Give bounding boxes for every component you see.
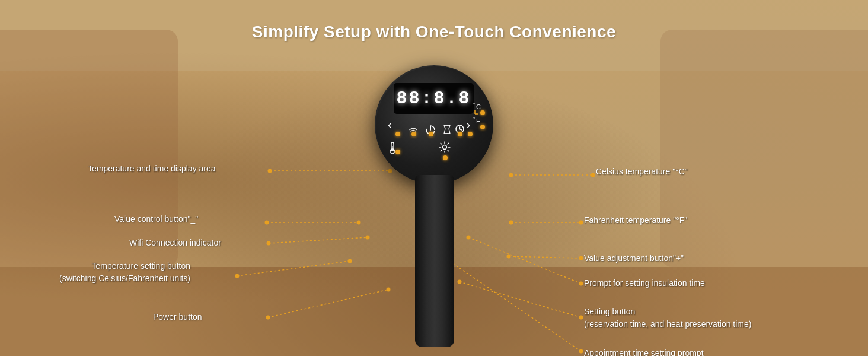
svg-point-19 [509, 221, 513, 225]
right-arrow-icon: › [466, 117, 470, 133]
label-temp-display: Temperature and time display area [88, 163, 216, 174]
device-display: 88:8.8 [394, 83, 474, 114]
svg-point-5 [357, 221, 361, 225]
svg-point-49 [443, 145, 447, 150]
label-wifi: Wifi Connection indicator [129, 237, 221, 248]
svg-line-39 [460, 129, 462, 131]
svg-point-4 [265, 221, 269, 225]
svg-point-11 [348, 259, 352, 263]
svg-point-7 [267, 241, 271, 246]
page-content: Simplify Setup with One-Touch Convenienc… [0, 0, 868, 356]
svg-text:F: F [476, 117, 480, 125]
svg-point-22 [507, 255, 511, 259]
svg-text:°: ° [473, 116, 476, 122]
svg-point-20 [579, 221, 583, 225]
svg-text:C: C [476, 103, 481, 110]
settings-icon [439, 141, 451, 155]
svg-point-32 [579, 349, 583, 354]
svg-text:°: ° [473, 102, 476, 108]
label-temp-setting: Temperature setting button (switching Ce… [59, 260, 190, 285]
label-celsius: Celsius temperature "°C" [596, 166, 688, 177]
label-insulation: Prompt for setting insulation time [584, 278, 705, 288]
label-power-button: Power button [153, 312, 202, 322]
svg-point-23 [579, 256, 583, 260]
label-value-adjust: Value adjustment button"+" [584, 253, 684, 263]
svg-line-9 [237, 261, 350, 276]
left-arrow-dot [395, 132, 400, 136]
svg-point-17 [591, 173, 595, 177]
settings-dot [443, 155, 448, 160]
svg-point-1 [268, 169, 272, 173]
left-arrow-icon: ‹ [388, 117, 392, 133]
thermometer-icon [388, 141, 397, 156]
svg-point-10 [235, 274, 240, 278]
label-value-control: Value control button"_" [114, 214, 198, 224]
label-fahrenheit: Fahrenheit temperature "°F" [584, 215, 687, 225]
fahrenheit-dot [480, 125, 485, 129]
label-appointment: Appointment time setting prompt [584, 348, 704, 356]
svg-line-21 [509, 256, 581, 258]
timer-icon [443, 125, 451, 136]
thermometer-dot [395, 150, 400, 154]
clock-dot [458, 132, 462, 136]
device-body [415, 175, 454, 347]
celsius-dot [480, 110, 485, 115]
device-head: 88:8.8 ‹ [375, 65, 493, 184]
svg-line-6 [269, 237, 368, 243]
diagram-area: .dline { stroke: #e8a020; stroke-width: … [0, 47, 868, 356]
page-title: Simplify Setup with One-Touch Convenienc… [252, 23, 616, 42]
svg-point-26 [579, 282, 583, 286]
label-setting-button: Setting button (reservation time, and he… [584, 306, 751, 330]
wifi-dot [411, 132, 416, 136]
device: 88:8.8 ‹ [363, 65, 505, 350]
svg-point-13 [266, 316, 270, 320]
svg-point-29 [579, 316, 583, 320]
svg-point-16 [509, 173, 513, 177]
power-dot [429, 132, 433, 136]
right-arrow-dot [468, 132, 473, 136]
